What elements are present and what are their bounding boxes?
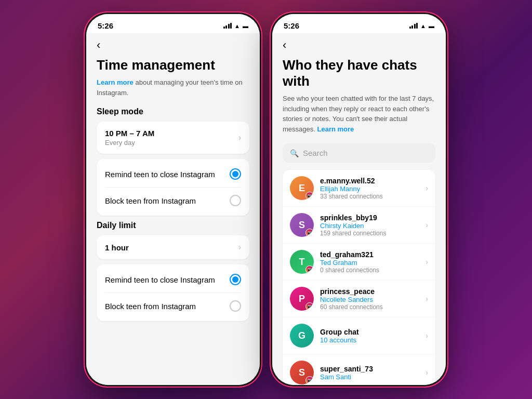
sleep-time-range: 10 PM – 7 AM: [105, 129, 154, 138]
instagram-badge: 📷: [305, 229, 314, 237]
subtitle-left: Learn more about managing your teen's ti…: [97, 77, 249, 98]
sleep-mode-card[interactable]: 10 PM – 7 AM Every day ›: [97, 122, 249, 154]
status-bar-right: 5:26 ▲ ▬: [272, 14, 446, 33]
chat-connections: 159 shared connections: [320, 230, 419, 237]
chevron-chat: ›: [425, 258, 428, 266]
remind-toggle-row-2: Remind teen to close Instagram: [105, 272, 241, 287]
battery-icon-right: ▬: [429, 23, 434, 29]
chevron-chat: ›: [425, 221, 428, 229]
left-phone: 5:26 ▲ ▬ ‹ Time management Learn more ab…: [85, 12, 261, 387]
chat-connections: 33 shared connections: [320, 193, 419, 200]
chat-username: Group chat: [320, 328, 419, 336]
avatar: S📷: [290, 213, 314, 237]
chat-item[interactable]: GGroup chat10 accounts›: [283, 317, 435, 354]
daily-toggles-card: Remind teen to close Instagram Block tee…: [97, 264, 249, 321]
avatar: P📷: [290, 287, 314, 311]
chat-info: princess_peaceNicollete Sanders60 shared…: [320, 287, 419, 311]
chat-connections: 60 shared connections: [320, 303, 419, 311]
daily-limit-value: 1 hour: [105, 243, 129, 252]
chevron-sleep: ›: [238, 133, 241, 142]
instagram-badge: 📷: [305, 192, 314, 200]
chevron-daily: ›: [238, 243, 241, 252]
chat-info: ted_graham321Ted Graham0 shared connecti…: [320, 250, 419, 274]
signal-icon: [223, 23, 232, 29]
status-icons-right: ▲ ▬: [409, 23, 434, 29]
search-bar[interactable]: 🔍 Search: [283, 143, 435, 163]
chat-username: ted_graham321: [320, 250, 419, 259]
block-label-2: Block teen from Instagram: [105, 302, 196, 311]
avatar: G: [290, 324, 314, 348]
subtitle-right: See who your teen chatted with for the l…: [283, 94, 435, 134]
chat-display-name: Ellijah Manny: [320, 185, 419, 193]
chat-display-name: 10 accounts: [320, 336, 419, 344]
chat-display-name: Nicollete Sanders: [320, 296, 419, 303]
chat-username: sprinkles_bby19: [320, 214, 419, 222]
right-phone: 5:26 ▲ ▬ ‹ Who they have chats with See …: [271, 12, 447, 387]
chat-username: super_santi_73: [320, 365, 419, 373]
back-button-right[interactable]: ‹: [283, 38, 286, 52]
block-toggle-row-1: Block teen from Instagram: [105, 193, 241, 208]
chat-display-name: Sam Santi: [320, 373, 419, 381]
status-icons-left: ▲ ▬: [223, 23, 248, 29]
block-label-1: Block teen from Instagram: [105, 196, 196, 205]
chat-item[interactable]: E📷e.manny.well.52Ellijah Manny33 shared …: [283, 170, 435, 207]
chat-item[interactable]: S📷sprinkles_bby19Chirsty Kaiden159 share…: [283, 207, 435, 244]
page-title-right: Who they have chats with: [283, 57, 435, 89]
page-title-left: Time management: [97, 57, 249, 73]
status-time-left: 5:26: [98, 21, 113, 30]
avatar: E📷: [290, 176, 314, 200]
daily-limit-card[interactable]: 1 hour ›: [97, 235, 249, 259]
chat-item[interactable]: P📷princess_peaceNicollete Sanders60 shar…: [283, 281, 435, 317]
back-button-left[interactable]: ‹: [97, 38, 100, 52]
chevron-chat: ›: [425, 331, 428, 340]
chat-display-name: Ted Graham: [320, 259, 419, 267]
wifi-icon-right: ▲: [420, 23, 426, 29]
remind-toggle-1[interactable]: [230, 168, 241, 180]
chat-username: princess_peace: [320, 287, 419, 296]
daily-limit-label: Daily limit: [97, 221, 249, 230]
instagram-badge: 📷: [305, 302, 314, 311]
chat-item[interactable]: T📷ted_graham321Ted Graham0 shared connec…: [283, 244, 435, 281]
search-icon: 🔍: [290, 149, 299, 157]
block-toggle-2[interactable]: [230, 300, 241, 312]
learn-more-link-right[interactable]: Learn more: [317, 125, 354, 133]
left-phone-content: ‹ Time management Learn more about manag…: [86, 33, 260, 385]
instagram-badge: 📷: [305, 265, 314, 274]
block-toggle-1[interactable]: [230, 195, 241, 206]
chat-connections: 0 shared connections: [320, 267, 419, 274]
status-time-right: 5:26: [284, 21, 299, 30]
block-toggle-row-2: Block teen from Instagram: [105, 298, 241, 314]
chevron-chat: ›: [425, 184, 428, 192]
chat-info: Group chat10 accounts: [320, 328, 419, 344]
chat-list: E📷e.manny.well.52Ellijah Manny33 shared …: [283, 170, 435, 385]
signal-icon-right: [409, 23, 418, 29]
chat-item[interactable]: S📷super_santi_73Sam Santi›: [283, 354, 435, 385]
learn-more-link-left[interactable]: Learn more: [97, 78, 134, 86]
chevron-chat: ›: [425, 295, 428, 303]
chat-info: super_santi_73Sam Santi: [320, 365, 419, 381]
chat-username: e.manny.well.52: [320, 177, 419, 185]
subtitle-text-right: See who your teen chatted with for the l…: [283, 95, 434, 133]
sleep-toggles-card: Remind teen to close Instagram Block tee…: [97, 159, 249, 216]
remind-label-1: Remind teen to close Instagram: [105, 170, 215, 179]
avatar: T📷: [290, 250, 314, 274]
battery-icon: ▬: [243, 23, 248, 29]
remind-toggle-row-1: Remind teen to close Instagram: [105, 166, 241, 182]
sleep-schedule: Every day: [105, 139, 154, 147]
avatar: S📷: [290, 361, 314, 384]
search-placeholder: Search: [303, 149, 328, 157]
status-bar-left: 5:26 ▲ ▬: [86, 14, 260, 33]
instagram-badge: 📷: [305, 376, 314, 384]
right-phone-content: ‹ Who they have chats with See who your …: [272, 33, 446, 385]
wifi-icon: ▲: [234, 23, 240, 29]
chevron-chat: ›: [425, 368, 428, 377]
chat-info: sprinkles_bby19Chirsty Kaiden159 shared …: [320, 214, 419, 237]
chat-info: e.manny.well.52Ellijah Manny33 shared co…: [320, 177, 419, 200]
sleep-mode-label: Sleep mode: [97, 107, 249, 116]
remind-toggle-2[interactable]: [230, 274, 241, 285]
chat-display-name: Chirsty Kaiden: [320, 222, 419, 230]
remind-label-2: Remind teen to close Instagram: [105, 275, 215, 284]
